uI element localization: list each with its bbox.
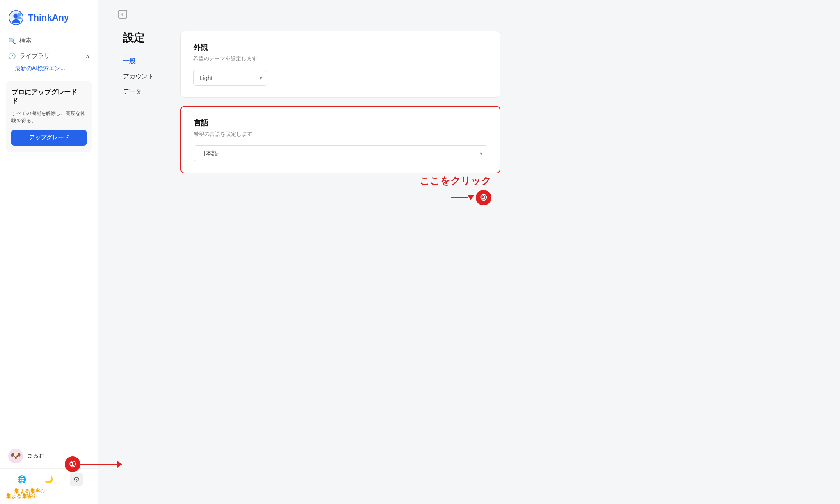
language-select-wrapper: 日本語 English 中文 ▾ — [194, 145, 487, 161]
theme-select-wrapper: Light Dark System ▾ — [193, 70, 267, 86]
nav-label-data: データ — [123, 88, 142, 95]
library-label: ライブラリ — [19, 52, 50, 60]
main-header — [98, 0, 840, 27]
sidebar-logo[interactable]: ThinkAny — [0, 0, 98, 34]
thinkany-logo-icon — [8, 10, 24, 25]
settings-title: 設定 — [123, 31, 164, 45]
user-name: まるお — [27, 452, 44, 460]
language-card: 言語 希望の言語を設定します 日本語 English 中文 ▾ ここをクリッ — [180, 106, 500, 173]
library-item-label: 最新のAI検索エン... — [15, 65, 65, 71]
search-label: 検索 — [19, 37, 32, 45]
brand-badge: 集まる集客® — [8, 484, 50, 498]
library-item[interactable]: 最新のAI検索エン... — [0, 62, 98, 75]
appearance-card: 外観 希望のテーマを設定します Light Dark System ▾ — [180, 31, 500, 98]
svg-point-2 — [17, 13, 21, 17]
main-content: 設定 一般 アカウント データ 外観 希望のテーマを設定します — [98, 0, 840, 504]
settings-nav: 設定 一般 アカウント データ — [123, 31, 164, 182]
avatar: 🐶 — [8, 449, 23, 463]
appearance-title: 外観 — [193, 43, 488, 52]
nav-item-general[interactable]: 一般 — [123, 55, 164, 68]
app-name: ThinkAny — [28, 12, 69, 23]
settings-content: 外観 希望のテーマを設定します Light Dark System ▾ 言語 希 — [180, 31, 500, 182]
nav-label-general: 一般 — [123, 57, 135, 64]
appearance-desc: 希望のテーマを設定します — [193, 55, 488, 62]
chevron-up-icon: ∧ — [85, 52, 90, 60]
clock-icon: 🕐 — [8, 52, 16, 60]
library-left: 🕐 ライブラリ — [8, 52, 50, 60]
settings-icon-button[interactable]: ⚙ — [70, 473, 83, 486]
nav-item-account[interactable]: アカウント — [123, 70, 164, 83]
upgrade-button[interactable]: アップグレード — [11, 130, 87, 146]
collapse-icon — [118, 10, 127, 19]
theme-select[interactable]: Light Dark System — [193, 70, 267, 86]
nav-item-data[interactable]: データ — [123, 85, 164, 98]
upgrade-desc: すべての機能を解除し、高度な体験を得る。 — [11, 109, 87, 124]
search-icon: 🔍 — [8, 37, 16, 45]
upgrade-box: プロにアップグレードド すべての機能を解除し、高度な体験を得る。 アップグレード — [6, 81, 92, 152]
language-desc: 希望の言語を設定します — [194, 130, 487, 138]
sidebar-user[interactable]: 🐶 まるお — [0, 444, 98, 468]
sidebar-library[interactable]: 🕐 ライブラリ ∧ — [0, 48, 98, 62]
sidebar-search[interactable]: 🔍 検索 — [0, 34, 98, 48]
collapse-sidebar-button[interactable] — [115, 8, 130, 23]
click-here-text: ここをクリック — [420, 174, 491, 187]
main-body: 設定 一般 アカウント データ 外観 希望のテーマを設定します — [98, 27, 840, 198]
svg-rect-3 — [119, 10, 127, 18]
nav-label-account: アカウント — [123, 73, 154, 80]
upgrade-title: プロにアップグレードド — [11, 88, 87, 106]
language-title: 言語 — [194, 118, 487, 128]
sidebar: ThinkAny 🔍 検索 🕐 ライブラリ ∧ 最新のAI検索エン... プロに… — [0, 0, 98, 504]
language-select[interactable]: 日本語 English 中文 — [194, 145, 487, 161]
